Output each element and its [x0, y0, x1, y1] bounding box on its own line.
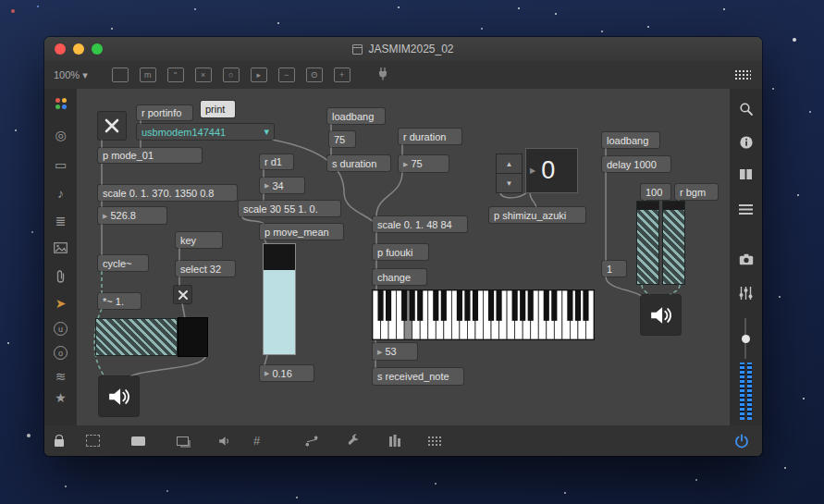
triangle-icon: ▶: [103, 213, 107, 219]
panel-hatched-large[interactable]: [95, 318, 178, 356]
number-box-slider-out[interactable]: ▶ 0.16: [260, 365, 314, 381]
increment-button[interactable]: ▲: [497, 154, 522, 173]
gain-cap: [637, 202, 658, 210]
gain-cap: [663, 202, 684, 210]
object-box-s-received-note[interactable]: s received_note: [373, 368, 463, 385]
object-box-delay[interactable]: delay 1000: [602, 156, 670, 172]
speaker-icon: [649, 304, 673, 326]
object-box-key[interactable]: key: [176, 232, 222, 248]
number-box-1[interactable]: 1: [602, 261, 626, 277]
object-box-times[interactable]: *~ 1.: [98, 293, 141, 309]
kslider[interactable]: [373, 290, 594, 339]
decrement-button[interactable]: ▼: [497, 174, 522, 192]
object-box-scale-1[interactable]: scale 0. 1. 370. 1350 0.8: [98, 185, 237, 201]
number-box-34[interactable]: ▶ 34: [260, 178, 304, 193]
object-box-loadbang-left[interactable]: loadbang: [327, 108, 385, 124]
object-box-cycle[interactable]: cycle~: [98, 255, 148, 271]
triangle-icon: ▶: [264, 370, 269, 376]
patch-objects-layer: r portinfo print usbmodem147441 ▾ p mode…: [0, 0, 824, 504]
object-box-r-portinfo[interactable]: r portinfo: [137, 105, 192, 120]
object-box-scale-3[interactable]: scale 0. 1. 48 84: [373, 216, 467, 232]
speaker-icon: [107, 386, 131, 408]
triangle-icon: ▶: [530, 167, 535, 175]
slider-cap: [264, 244, 295, 270]
number-box-75[interactable]: ▶ 75: [399, 155, 449, 172]
panel-black[interactable]: [178, 318, 207, 356]
object-box-r-d1[interactable]: r d1: [260, 154, 293, 169]
object-box-p-mode[interactable]: p mode_01: [98, 148, 202, 163]
toggle-x-large[interactable]: [98, 112, 126, 140]
umenu-serial-port[interactable]: usbmodem147441 ▾: [137, 124, 274, 140]
object-box-scale-2[interactable]: scale 30 55 1. 0.: [239, 201, 340, 216]
object-box-p-shimizu[interactable]: p shimizu_azuki: [489, 207, 585, 223]
triangle-icon: ▶: [377, 349, 382, 355]
gain-slider-2[interactable]: [662, 201, 685, 285]
gain-slider-1[interactable]: [636, 201, 659, 285]
ezdac-left[interactable]: [99, 376, 139, 416]
object-box-loadbang-right[interactable]: loadbang: [602, 132, 659, 148]
message-box-75[interactable]: 75: [329, 131, 355, 147]
object-box-r-bgm[interactable]: r bgm: [675, 184, 718, 200]
vertical-slider[interactable]: [263, 243, 296, 355]
object-box-s-duration[interactable]: s duration: [327, 155, 390, 171]
object-box-change[interactable]: change: [373, 269, 426, 285]
toggle-x-small[interactable]: [174, 286, 191, 303]
object-box-select[interactable]: select 32: [176, 261, 235, 277]
object-box-p-move-mean[interactable]: p move_mean: [260, 224, 343, 240]
object-box-r-duration[interactable]: r duration: [399, 129, 461, 144]
number-box-freq[interactable]: ▶ 526.8: [98, 207, 166, 224]
incdec: ▲ ▼: [497, 154, 522, 192]
chevron-down-icon: ▾: [264, 126, 269, 138]
triangle-icon: ▶: [403, 161, 408, 167]
number-box-big[interactable]: ▶ 0: [526, 149, 577, 192]
message-box-print[interactable]: print: [201, 101, 235, 117]
object-box-p-fuouki[interactable]: p fuouki: [373, 244, 428, 260]
triangle-icon: ▶: [264, 182, 269, 189]
number-box-100[interactable]: 100: [641, 184, 670, 200]
number-box-note[interactable]: ▶ 53: [373, 343, 417, 360]
ezdac-right[interactable]: [641, 295, 681, 335]
kslider-svg: [373, 290, 594, 339]
